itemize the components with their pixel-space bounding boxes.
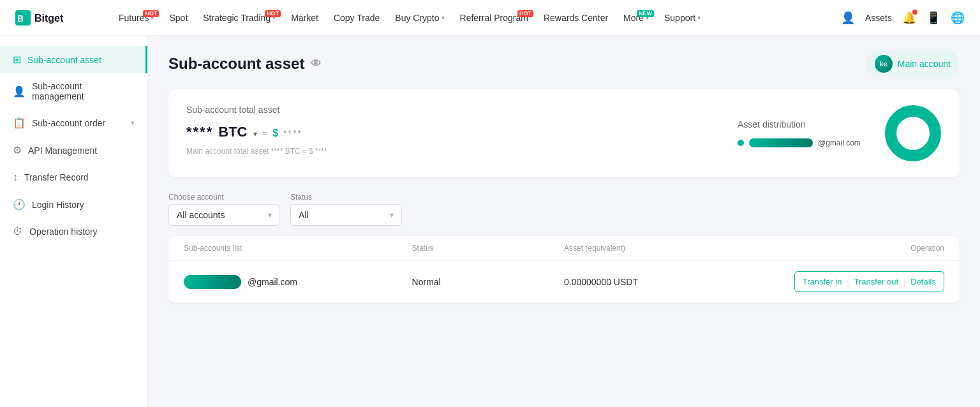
main-nav: Futures HOT ▾ Spot Strategic Trading HOT… [112, 9, 841, 27]
account-filter-value: All accounts [177, 210, 225, 220]
nav-buy-crypto[interactable]: Buy Crypto ▾ [389, 9, 450, 27]
nav-market[interactable]: Market [285, 9, 325, 27]
dist-dot [738, 140, 744, 146]
assets-button[interactable]: Assets [865, 13, 892, 23]
history-icon: 🕐 [13, 198, 26, 211]
sidebar-item-sub-account-management[interactable]: 👤 Sub-account management [0, 73, 147, 109]
logo[interactable]: B Bitget [15, 8, 92, 28]
status-filter-chevron: ▾ [390, 211, 394, 219]
page-layout: ⊞ Sub-account asset 👤 Sub-account manage… [0, 36, 980, 407]
filters: Choose account All accounts ▾ Status All… [168, 193, 960, 226]
usd-hidden: **** [283, 128, 302, 138]
transfer-icon: ↕ [13, 172, 18, 183]
asset-right: Asset distribution @gmail.com [738, 105, 942, 162]
asset-value: 0.00000000 USDT [564, 277, 638, 287]
language-icon[interactable]: 🌐 [951, 11, 965, 25]
distribution-section: Asset distribution @gmail.com [738, 119, 872, 147]
hot-badge: HOT [143, 10, 159, 17]
sidebar-item-label: Login History [32, 200, 84, 210]
user-icon: 👤 [13, 85, 26, 98]
sidebar-item-sub-account-asset[interactable]: ⊞ Sub-account asset [0, 46, 147, 73]
nav-referral[interactable]: Referral Program HOT [454, 9, 535, 27]
sidebar-item-login-history[interactable]: 🕐 Login History [0, 191, 147, 218]
account-pill [184, 275, 241, 289]
operation-group: Transfer in | Transfer out | Details [794, 271, 944, 292]
sidebar-item-label: Operation history [29, 226, 98, 237]
email-suffix: @gmail.com [248, 277, 297, 287]
eye-icon[interactable]: 👁 [311, 58, 321, 70]
operation-icon: ⏱ [13, 226, 23, 237]
nav-more[interactable]: More NEW ▾ [617, 9, 655, 27]
transfer-in-button[interactable]: Transfer in [803, 274, 842, 289]
th-asset: Asset (equivalent) [564, 244, 792, 253]
sidebar-item-label: Sub-account asset [27, 55, 101, 65]
api-icon: ⚙ [13, 144, 22, 156]
btc-amount: **** BTC ▾ ≈ $ **** [186, 124, 712, 140]
nav-support[interactable]: Support ▾ [658, 9, 707, 27]
sidebar: ⊞ Sub-account asset 👤 Sub-account manage… [0, 36, 148, 407]
nav-futures[interactable]: Futures HOT ▾ [112, 9, 160, 27]
asset-card: Sub-account total asset **** BTC ▾ ≈ $ *… [168, 89, 960, 177]
nav-rewards[interactable]: Rewards Center [537, 9, 614, 27]
main-account-total: Main account total asset **** BTC ≈ $ **… [186, 147, 712, 156]
th-status: Status [412, 244, 564, 253]
mobile-icon[interactable]: 📱 [926, 11, 940, 25]
notification-icon[interactable]: 🔔 [902, 11, 916, 25]
nav-strategic-trading[interactable]: Strategic Trading HOT ▾ [197, 9, 282, 27]
distribution-legend: @gmail.com [738, 138, 872, 147]
status-filter-value: All [299, 210, 309, 220]
account-filter-select[interactable]: All accounts ▾ [168, 204, 280, 226]
table-header: Sub-accounts list Status Asset (equivale… [168, 236, 960, 261]
header: B Bitget Futures HOT ▾ Spot Strategic Tr… [0, 0, 980, 36]
dist-email: @gmail.com [818, 138, 861, 147]
approx-symbol: ≈ [262, 128, 267, 138]
transfer-out-button[interactable]: Transfer out [854, 274, 899, 289]
hot-badge-3: HOT [517, 10, 533, 17]
sidebar-item-api-management[interactable]: ⚙ API Management [0, 137, 147, 164]
grid-icon: ⊞ [13, 54, 21, 66]
td-operation: Transfer in | Transfer out | Details [792, 271, 944, 292]
page-title: Sub-account asset 👁 [168, 55, 321, 73]
sidebar-item-label: Sub-account management [32, 81, 135, 101]
btc-hidden: **** [186, 124, 213, 140]
details-button[interactable]: Details [910, 274, 936, 289]
table-row: @gmail.com Normal 0.00000000 USDT Transf… [168, 261, 960, 303]
chevron-right-icon: ▾ [131, 119, 135, 127]
sidebar-item-transfer-record[interactable]: ↕ Transfer Record [0, 164, 147, 191]
svg-text:B: B [17, 13, 24, 24]
status-filter-label: Status [290, 193, 402, 202]
main-content: Sub-account asset 👁 ke Main account Sub-… [148, 36, 980, 407]
sidebar-item-operation-history[interactable]: ⏱ Operation history [0, 218, 147, 245]
status-value: Normal [412, 277, 441, 287]
avatar: ke [875, 55, 893, 73]
account-name: Main account [898, 59, 951, 69]
svg-text:Bitget: Bitget [34, 13, 64, 24]
hot-badge-2: HOT [265, 10, 281, 17]
donut-chart [884, 105, 942, 162]
distribution-title: Asset distribution [738, 119, 872, 130]
op-divider-2: | [903, 278, 905, 286]
account-filter-chevron: ▾ [268, 211, 272, 219]
td-asset: 0.00000000 USDT [564, 277, 792, 287]
status-filter-select[interactable]: All ▾ [290, 204, 402, 226]
td-status: Normal [412, 277, 564, 287]
account-badge: ke Main account [866, 51, 960, 77]
list-icon: 📋 [13, 117, 26, 129]
account-filter-group: Choose account All accounts ▾ [168, 193, 280, 226]
table-card: Sub-accounts list Status Asset (equivale… [168, 236, 960, 303]
btc-dropdown-icon[interactable]: ▾ [253, 130, 257, 138]
dist-bar-pill [749, 138, 813, 147]
profile-icon[interactable]: 👤 [841, 11, 855, 25]
op-divider-1: | [847, 278, 849, 286]
nav-copy-trade[interactable]: Copy Trade [327, 9, 386, 27]
td-accounts: @gmail.com [184, 275, 412, 289]
sidebar-item-label: API Management [28, 145, 97, 156]
btc-unit: BTC [218, 124, 247, 140]
status-filter-group: Status All ▾ [290, 193, 402, 226]
sidebar-item-label: Transfer Record [24, 172, 89, 182]
nav-spot[interactable]: Spot [163, 9, 194, 27]
header-right: 👤 Assets 🔔 📱 🌐 [841, 11, 965, 25]
new-badge: NEW [637, 10, 654, 17]
sidebar-item-label: Sub-account order [32, 118, 105, 128]
sidebar-item-sub-account-order[interactable]: 📋 Sub-account order ▾ [0, 109, 147, 137]
